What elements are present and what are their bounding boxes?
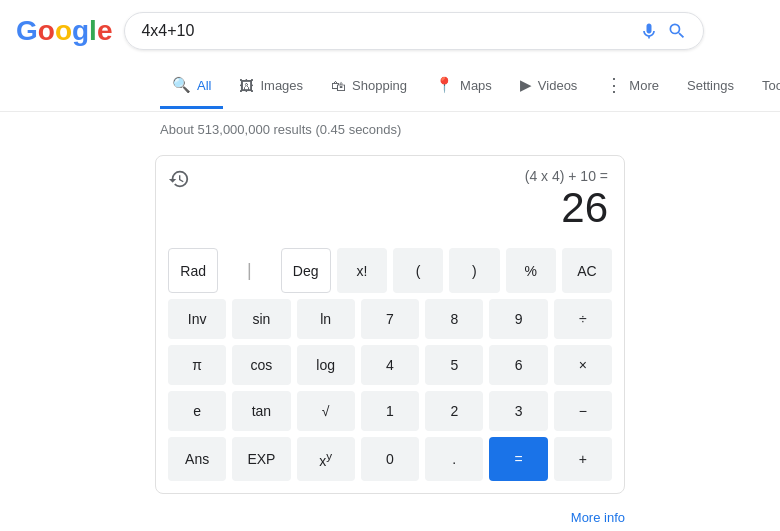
more-info-text: More info [571,510,625,525]
calculator: (4 x 4) + 10 = 26 Rad | Deg x! ( ) % AC … [155,155,625,494]
nav-item-shopping[interactable]: 🛍 Shopping [319,65,419,109]
calc-btn-equals[interactable]: = [489,437,547,481]
calc-header: (4 x 4) + 10 = 26 [168,168,612,240]
calc-btn-ac[interactable]: AC [562,248,612,293]
calc-buttons-row3: π cos log 4 5 6 × [168,345,612,385]
nav-label-maps: Maps [460,78,492,93]
nav-label-videos: Videos [538,78,578,93]
calc-expression: (4 x 4) + 10 = [190,168,612,184]
calc-btn-9[interactable]: 9 [489,299,547,339]
header: Google [0,0,780,62]
nav-label-tools: Tools [762,78,780,93]
calc-btn-6[interactable]: 6 [489,345,547,385]
calc-btn-1[interactable]: 1 [361,391,419,431]
maps-icon: 📍 [435,76,454,94]
calc-buttons-row5: Ans EXP xy 0 . = + [168,437,612,481]
calc-btn-exp[interactable]: EXP [232,437,290,481]
search-input[interactable] [141,22,631,40]
calc-btn-percent[interactable]: % [506,248,556,293]
calc-btn-sqrt[interactable]: √ [297,391,355,431]
nav-item-tools[interactable]: Tools [750,66,780,108]
calc-btn-7[interactable]: 7 [361,299,419,339]
nav-label-more: More [629,78,659,93]
google-logo[interactable]: Google [16,15,112,47]
calc-btn-4[interactable]: 4 [361,345,419,385]
calc-btn-3[interactable]: 3 [489,391,547,431]
nav-label-all: All [197,78,211,93]
calc-btn-cos[interactable]: cos [232,345,290,385]
mic-icon[interactable] [639,21,659,41]
calc-btn-dot[interactable]: . [425,437,483,481]
images-icon: 🖼 [239,77,254,94]
calc-btn-rad[interactable]: Rad [168,248,218,293]
calc-btn-pi[interactable]: π [168,345,226,385]
nav: 🔍 All 🖼 Images 🛍 Shopping 📍 Maps ▶ Video… [0,62,780,112]
history-icon[interactable] [168,168,190,195]
calc-btn-ans[interactable]: Ans [168,437,226,481]
results-info: About 513,000,000 results (0.45 seconds) [0,112,780,147]
calc-result: 26 [190,184,612,240]
nav-item-images[interactable]: 🖼 Images [227,65,315,109]
calc-btn-ln[interactable]: ln [297,299,355,339]
calc-btn-sin[interactable]: sin [232,299,290,339]
more-dots-icon: ⋮ [605,74,623,96]
calc-btn-divide[interactable]: ÷ [554,299,612,339]
calc-btn-power[interactable]: xy [297,437,355,481]
calc-buttons-row2: Inv sin ln 7 8 9 ÷ [168,299,612,339]
nav-item-maps[interactable]: 📍 Maps [423,64,504,109]
videos-icon: ▶ [520,76,532,94]
calc-btn-tan[interactable]: tan [232,391,290,431]
calc-btn-factorial[interactable]: x! [337,248,387,293]
calc-btn-5[interactable]: 5 [425,345,483,385]
all-icon: 🔍 [172,76,191,94]
calc-btn-open-paren[interactable]: ( [393,248,443,293]
calc-btn-log[interactable]: log [297,345,355,385]
nav-item-more[interactable]: ⋮ More [593,62,671,111]
calc-btn-0[interactable]: 0 [361,437,419,481]
calc-btn-divider: | [224,248,274,293]
results-count: About 513,000,000 results (0.45 seconds) [160,122,401,137]
search-bar [124,12,704,50]
calc-btn-2[interactable]: 2 [425,391,483,431]
nav-item-all[interactable]: 🔍 All [160,64,223,109]
calc-btn-deg[interactable]: Deg [281,248,331,293]
nav-label-images: Images [260,78,303,93]
more-info-link[interactable]: More info [0,502,780,531]
shopping-icon: 🛍 [331,77,346,94]
nav-item-settings[interactable]: Settings [675,66,746,108]
search-icon[interactable] [667,21,687,41]
calc-btn-e[interactable]: e [168,391,226,431]
calc-buttons-row4: e tan √ 1 2 3 − [168,391,612,431]
calc-buttons-row1: Rad | Deg x! ( ) % AC [168,248,612,293]
nav-right: Settings Tools [675,66,780,108]
nav-label-settings: Settings [687,78,734,93]
calc-btn-subtract[interactable]: − [554,391,612,431]
nav-label-shopping: Shopping [352,78,407,93]
calc-btn-inv[interactable]: Inv [168,299,226,339]
nav-item-videos[interactable]: ▶ Videos [508,64,590,109]
calc-btn-add[interactable]: + [554,437,612,481]
calc-btn-close-paren[interactable]: ) [449,248,499,293]
calc-btn-multiply[interactable]: × [554,345,612,385]
calc-btn-8[interactable]: 8 [425,299,483,339]
